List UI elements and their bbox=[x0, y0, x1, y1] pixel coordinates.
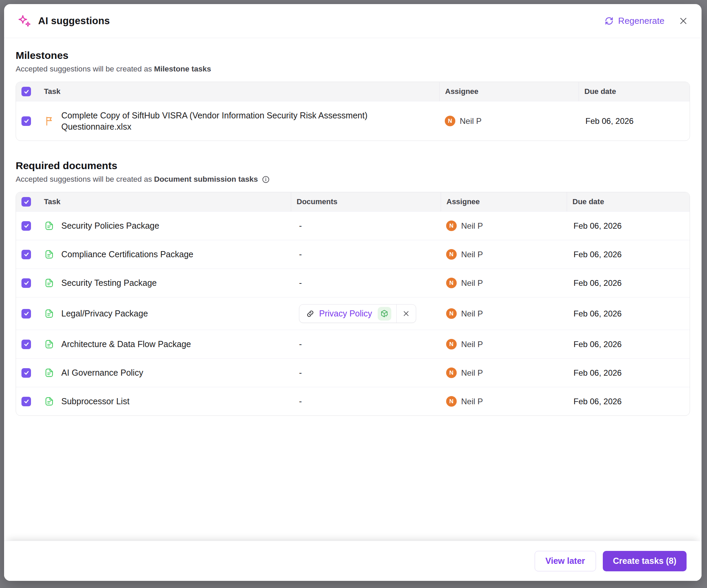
dialog-header: AI suggestions Regenerate bbox=[4, 4, 702, 38]
assignee-cell: NNeil P bbox=[441, 368, 567, 378]
milestones-table: Task Assignee Due date Complet bbox=[16, 82, 690, 141]
task-title: Legal/Privacy Package bbox=[61, 308, 148, 319]
assignee-name: Neil P bbox=[461, 340, 483, 349]
document-task-icon bbox=[44, 220, 54, 231]
assignee-column-label: Assignee bbox=[446, 197, 480, 206]
table-row: Subprocessor List - NNeil P Feb 06, 2026 bbox=[16, 387, 690, 415]
check-icon bbox=[23, 199, 30, 205]
assignee-name: Neil P bbox=[461, 250, 483, 259]
due-cell: Feb 06, 2026 bbox=[567, 221, 690, 231]
milestones-subtitle: Accepted suggestions will be created as … bbox=[16, 65, 690, 74]
remove-document-button[interactable] bbox=[397, 305, 416, 323]
document-task-icon bbox=[44, 396, 54, 407]
milestone-assignee-cell: N Neil P bbox=[439, 116, 579, 126]
row-checkbox[interactable] bbox=[21, 309, 31, 318]
avatar: N bbox=[446, 339, 457, 349]
required-documents-heading: Required documents bbox=[16, 160, 690, 172]
document-link[interactable]: Privacy Policy bbox=[299, 305, 396, 323]
check-icon bbox=[23, 118, 30, 124]
task-title: Architecture & Data Flow Package bbox=[61, 339, 191, 350]
check-icon bbox=[23, 310, 30, 317]
row-checkbox[interactable] bbox=[21, 368, 31, 378]
table-row: Security Policies Package - NNeil P Feb … bbox=[16, 211, 690, 240]
check-icon bbox=[23, 223, 30, 229]
ai-suggestions-dialog: AI suggestions Regenerate bbox=[4, 4, 702, 581]
milestones-heading: Milestones bbox=[16, 50, 690, 61]
task-title: AI Governance Policy bbox=[61, 367, 143, 378]
task-cell: Security Policies Package bbox=[16, 220, 291, 231]
task-cell: Legal/Privacy Package bbox=[16, 308, 291, 319]
avatar: N bbox=[446, 396, 457, 407]
select-all-milestones-checkbox[interactable] bbox=[21, 87, 31, 96]
header-cell-due: Due date bbox=[579, 82, 690, 101]
required-documents-subtitle-text: Accepted suggestions will be created as bbox=[16, 175, 152, 184]
check-icon bbox=[23, 88, 30, 95]
task-cell: Subprocessor List bbox=[16, 396, 291, 407]
task-cell: Architecture & Data Flow Package bbox=[16, 339, 291, 350]
due-cell: Feb 06, 2026 bbox=[567, 278, 690, 288]
close-icon bbox=[679, 16, 688, 26]
required-documents-subtitle-bold: Document submission tasks bbox=[154, 175, 258, 184]
row-checkbox[interactable] bbox=[21, 221, 31, 231]
row-checkbox[interactable] bbox=[21, 250, 31, 259]
document-task-icon bbox=[44, 249, 54, 260]
documents-cell: - bbox=[291, 249, 441, 259]
assignee-cell: NNeil P bbox=[441, 339, 567, 349]
document-task-icon bbox=[44, 339, 54, 349]
assignee-name: Neil P bbox=[461, 397, 483, 406]
documents-cell: Privacy Policy bbox=[291, 304, 441, 323]
header-cell-task: Task bbox=[16, 82, 439, 101]
document-chip-label: Privacy Policy bbox=[319, 309, 372, 318]
documents-cell: - bbox=[291, 368, 441, 378]
milestone-task-cell: Complete Copy of SiftHub VISRA (Vendor I… bbox=[16, 110, 439, 132]
create-tasks-button[interactable]: Create tasks (8) bbox=[603, 551, 687, 571]
milestone-row-checkbox[interactable] bbox=[21, 116, 31, 126]
avatar: N bbox=[446, 249, 457, 260]
milestones-subtitle-text: Accepted suggestions will be created as bbox=[16, 65, 152, 74]
info-icon[interactable] bbox=[262, 175, 270, 184]
due-column-label: Due date bbox=[572, 197, 604, 206]
ai-sparkles-icon bbox=[18, 14, 31, 28]
documents-column-label: Documents bbox=[297, 197, 337, 206]
milestones-table-header: Task Assignee Due date bbox=[16, 82, 690, 101]
regenerate-button[interactable]: Regenerate bbox=[604, 16, 664, 26]
close-button[interactable] bbox=[679, 16, 688, 26]
assignee-cell: NNeil P bbox=[441, 220, 567, 231]
dialog-body: Milestones Accepted suggestions will be … bbox=[4, 38, 702, 541]
view-later-button[interactable]: View later bbox=[535, 551, 596, 571]
avatar: N bbox=[446, 308, 457, 319]
dialog-title: AI suggestions bbox=[38, 15, 110, 27]
due-cell: Feb 06, 2026 bbox=[567, 309, 690, 318]
assignee-column-label: Assignee bbox=[445, 87, 478, 96]
documents-cell: - bbox=[291, 396, 441, 406]
regenerate-label: Regenerate bbox=[618, 16, 664, 26]
due-cell: Feb 06, 2026 bbox=[567, 397, 690, 406]
task-column-label: Task bbox=[44, 87, 61, 96]
row-checkbox[interactable] bbox=[21, 278, 31, 288]
select-all-documents-checkbox[interactable] bbox=[21, 197, 31, 207]
table-row: Compliance Certifications Package - NNei… bbox=[16, 240, 690, 268]
link-icon bbox=[306, 309, 315, 318]
assignee-cell: NNeil P bbox=[441, 278, 567, 288]
milestone-row: Complete Copy of SiftHub VISRA (Vendor I… bbox=[16, 101, 690, 141]
header-actions: Regenerate bbox=[604, 16, 688, 26]
header-cell-assignee: Assignee bbox=[439, 82, 579, 101]
document-chip: Privacy Policy bbox=[299, 304, 416, 323]
due-cell: Feb 06, 2026 bbox=[567, 368, 690, 378]
assignee-cell: NNeil P bbox=[441, 396, 567, 407]
check-icon bbox=[23, 280, 30, 286]
row-checkbox[interactable] bbox=[21, 397, 31, 406]
package-check-badge bbox=[378, 307, 391, 321]
task-column-label: Task bbox=[44, 197, 61, 206]
assignee-name: Neil P bbox=[460, 116, 482, 126]
avatar: N bbox=[445, 116, 455, 126]
milestones-subtitle-bold: Milestone tasks bbox=[154, 65, 211, 74]
row-checkbox[interactable] bbox=[21, 340, 31, 349]
required-documents-table: Task Documents Assignee Due date Securit… bbox=[16, 192, 690, 416]
documents-cell: - bbox=[291, 221, 441, 231]
check-icon bbox=[23, 251, 30, 258]
milestone-due-cell: Feb 06, 2026 bbox=[579, 116, 690, 126]
task-title: Subprocessor List bbox=[61, 396, 129, 407]
table-row: Security Testing Package - NNeil P Feb 0… bbox=[16, 268, 690, 297]
document-task-icon bbox=[44, 278, 54, 288]
